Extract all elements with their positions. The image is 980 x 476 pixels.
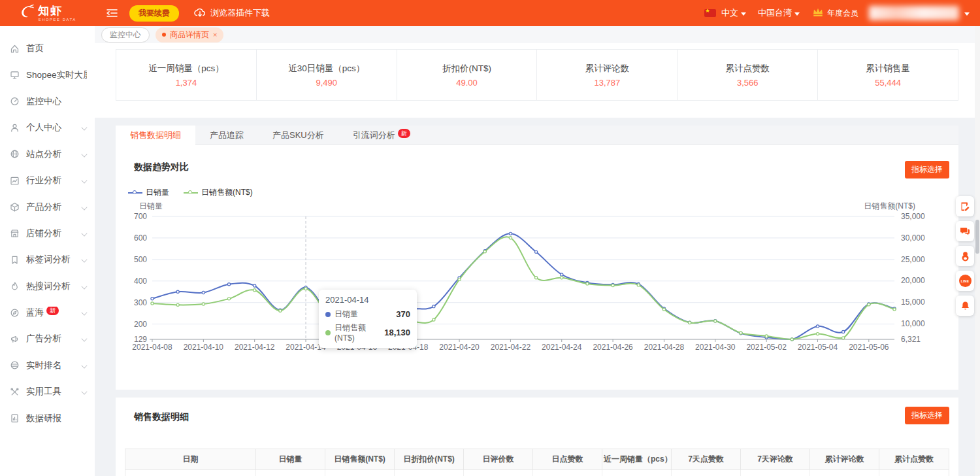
- data-point[interactable]: [433, 305, 435, 308]
- data-point[interactable]: [765, 335, 768, 337]
- sidebar-item-tools[interactable]: 实用工具: [0, 379, 95, 405]
- page-tag-0[interactable]: 监控中心: [101, 27, 150, 42]
- data-point[interactable]: [561, 273, 563, 276]
- legend-item[interactable]: 日销量: [128, 187, 169, 198]
- data-point[interactable]: [176, 303, 179, 306]
- tab-2[interactable]: 产品SKU分析: [258, 126, 338, 144]
- hotword-icon: [10, 281, 20, 291]
- scrollbar-thumb[interactable]: [975, 220, 979, 254]
- user-account-redacted[interactable]: [869, 6, 959, 20]
- data-point[interactable]: [202, 291, 204, 294]
- stat-card-label: 累计点赞数: [725, 63, 770, 75]
- sidebar-item-product[interactable]: 产品分析: [0, 194, 95, 220]
- table-header-cell: 日点赞数: [533, 449, 602, 470]
- renew-button[interactable]: 我要续费: [129, 5, 179, 22]
- data-point[interactable]: [151, 302, 154, 305]
- float-edit-note-button[interactable]: [956, 196, 974, 216]
- data-point[interactable]: [176, 290, 179, 293]
- data-point[interactable]: [202, 303, 204, 305]
- data-point[interactable]: [253, 289, 256, 292]
- tab-0[interactable]: 销售数据明细: [116, 126, 195, 145]
- series-line[interactable]: [152, 233, 894, 339]
- data-point[interactable]: [227, 283, 230, 286]
- data-point[interactable]: [714, 320, 717, 322]
- app-logo[interactable]: 知虾 SHOPEE DATA: [0, 4, 95, 22]
- ad-icon: [10, 334, 20, 344]
- page-tag-1[interactable]: 商品详情页×: [155, 27, 223, 42]
- trend-chart-svg[interactable]: 2021-04-082021-04-102021-04-122021-04-14…: [120, 198, 955, 355]
- data-point[interactable]: [868, 303, 870, 306]
- sidebar-item-site[interactable]: 站点分析: [0, 141, 95, 167]
- trend-chart[interactable]: 2021-04-082021-04-102021-04-122021-04-14…: [120, 198, 955, 355]
- sidebar-item-user[interactable]: 个人中心: [0, 114, 95, 141]
- data-point[interactable]: [662, 308, 665, 311]
- sidebar-item-dashboard[interactable]: 监控中心: [0, 88, 95, 114]
- data-point[interactable]: [534, 277, 537, 279]
- sidebar-item-shop[interactable]: 店铺分析: [0, 220, 95, 246]
- float-chat-button[interactable]: [956, 221, 974, 241]
- language-select[interactable]: 中文: [721, 7, 746, 19]
- float-bell-button[interactable]: [956, 296, 974, 316]
- float-line-button[interactable]: LINE: [956, 271, 974, 291]
- data-point[interactable]: [816, 333, 819, 335]
- chevron-down-icon[interactable]: [964, 12, 970, 16]
- data-point[interactable]: [151, 298, 154, 300]
- data-point[interactable]: [791, 338, 793, 341]
- float-qq-button[interactable]: [956, 246, 974, 266]
- sidebar-item-tagword[interactable]: 标签词分析: [0, 246, 95, 273]
- collapse-sidebar-icon[interactable]: [106, 8, 118, 18]
- data-point[interactable]: [561, 277, 563, 279]
- metric-select-button[interactable]: 指标选择: [905, 161, 949, 178]
- data-point[interactable]: [279, 309, 282, 312]
- data-point[interactable]: [433, 318, 435, 321]
- sidebar-item-report[interactable]: 数据研报: [0, 405, 95, 431]
- sidebar-item-label: 标签词分析: [26, 254, 79, 265]
- stat-card-1: 近30日销量（pcs）9,490: [256, 49, 397, 101]
- data-point[interactable]: [509, 237, 512, 239]
- app-subtitle: SHOPEE DATA: [38, 18, 76, 22]
- legend-item[interactable]: 日销售额(NT$): [184, 187, 253, 198]
- data-point[interactable]: [534, 250, 537, 253]
- close-icon[interactable]: ×: [213, 31, 217, 39]
- metric-select-button[interactable]: 指标选择: [905, 407, 949, 424]
- sidebar-item-ranking[interactable]: 实时排名: [0, 352, 95, 379]
- right-axis-label: 15,000: [901, 298, 925, 307]
- tooltip-value: 370: [396, 309, 410, 319]
- sidebar-item-screen[interactable]: Shopee实时大屏: [0, 61, 95, 88]
- series-dot-icon: [325, 312, 331, 317]
- tab-3[interactable]: 引流词分析新: [338, 126, 425, 144]
- data-point[interactable]: [740, 332, 742, 334]
- data-point[interactable]: [458, 278, 461, 280]
- right-axis-label: 30,000: [901, 233, 925, 243]
- plugin-download[interactable]: 浏览器插件下载: [193, 7, 270, 20]
- stat-card-3: 累计评论数13,787: [536, 49, 678, 101]
- data-point[interactable]: [842, 330, 845, 333]
- sidebar-item-ad[interactable]: 广告分析: [0, 326, 95, 352]
- stat-card-label: 累计销售量: [866, 63, 910, 75]
- data-point[interactable]: [612, 284, 614, 286]
- data-point[interactable]: [842, 337, 845, 339]
- region-select[interactable]: 中国台湾: [758, 7, 800, 19]
- tab-1[interactable]: 产品追踪: [195, 126, 258, 144]
- table-header-cell: 日期: [125, 449, 256, 470]
- sidebar-item-label: 行业分析: [26, 175, 79, 186]
- data-point[interactable]: [253, 284, 256, 287]
- sidebar-item-home[interactable]: 首页: [0, 35, 95, 61]
- trend-chart-canvas[interactable]: 2021-04-082021-04-102021-04-122021-04-14…: [120, 198, 955, 358]
- membership-badge[interactable]: 年度会员: [811, 7, 858, 19]
- data-point[interactable]: [304, 287, 307, 290]
- data-point[interactable]: [689, 321, 691, 324]
- data-point[interactable]: [227, 298, 230, 300]
- data-point[interactable]: [586, 282, 589, 285]
- data-point[interactable]: [483, 250, 486, 253]
- chevron-down-icon: [81, 310, 87, 316]
- data-point[interactable]: [637, 284, 640, 286]
- sidebar-item-industry[interactable]: 行业分析: [0, 167, 95, 194]
- data-point[interactable]: [816, 325, 819, 328]
- data-point[interactable]: [509, 232, 512, 235]
- data-point[interactable]: [893, 308, 896, 311]
- stat-card-value: 49.00: [456, 78, 478, 88]
- sidebar-item-blueocean[interactable]: 蓝海新: [0, 299, 95, 326]
- sidebar-item-hotword[interactable]: 热搜词分析: [0, 273, 95, 299]
- tooltip-value: 18,130: [384, 328, 410, 337]
